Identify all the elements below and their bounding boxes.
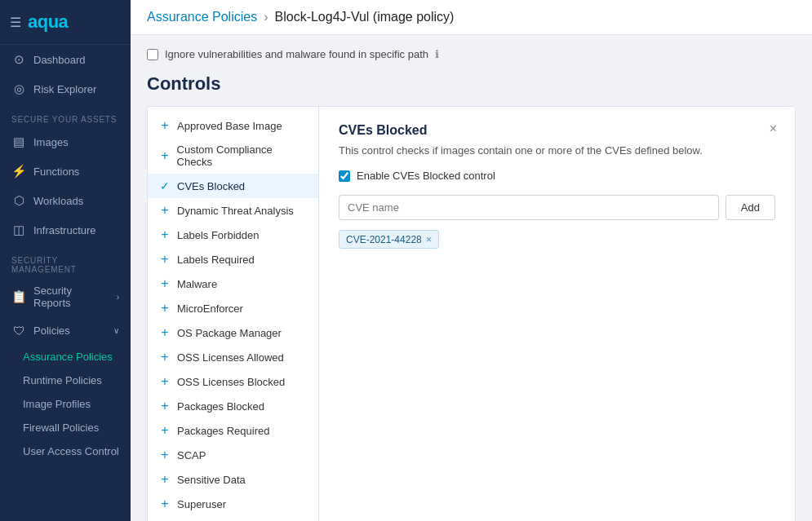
control-item-os-package-manager[interactable]: +OS Package Manager (148, 320, 318, 345)
control-item-vulnerability-score[interactable]: +Vulnerability Score (148, 516, 318, 521)
plus-icon: + (159, 119, 171, 132)
control-item-dynamic-threat-analysis[interactable]: +Dynamic Threat Analysis (148, 198, 318, 223)
control-label: OS Package Manager (177, 327, 282, 339)
control-label: Malware (177, 278, 217, 290)
ignore-checkbox[interactable] (147, 49, 158, 60)
dashboard-icon: ⊙ (11, 52, 26, 67)
sidebar-label: Infrastructure (33, 224, 96, 236)
control-item-labels-forbidden[interactable]: +Labels Forbidden (148, 223, 318, 247)
close-button[interactable]: × (765, 120, 782, 138)
sidebar-label: Assurance Policies (23, 351, 113, 363)
control-label: Labels Forbidden (177, 229, 259, 241)
sidebar-item-workloads[interactable]: ⬡Workloads (0, 186, 131, 215)
sidebar-item-user-access-control[interactable]: User Access Control (0, 439, 131, 463)
enable-row: Enable CVEs Blocked control (339, 170, 775, 182)
sidebar-item-security-reports[interactable]: 📋Security Reports› (0, 277, 131, 316)
sidebar-item-functions[interactable]: ⚡Functions (0, 157, 131, 186)
control-item-labels-required[interactable]: +Labels Required (148, 247, 318, 272)
control-item-approved-base-image[interactable]: +Approved Base Image (148, 113, 318, 138)
sidebar-label: Images (33, 136, 69, 148)
control-item-microenforcer[interactable]: +MicroEnforcer (148, 296, 318, 320)
control-label: CVEs Blocked (177, 180, 245, 192)
control-item-custom-compliance-checks[interactable]: +Custom Compliance Checks (148, 138, 318, 174)
sidebar-item-images[interactable]: ▤Images (0, 127, 131, 157)
sidebar-label: Firewall Policies (23, 422, 99, 434)
panel-description: This control checks if images contain on… (339, 144, 775, 157)
sidebar-label: User Access Control (23, 445, 119, 457)
secure-assets-label: Secure Your Assets (0, 104, 131, 127)
ignore-label: Ignore vulnerabilities and malware found… (165, 48, 428, 60)
control-label: Labels Required (177, 254, 255, 266)
cve-tags-container: CVE-2021-44228× (339, 230, 775, 249)
control-item-scap[interactable]: +SCAP (148, 443, 318, 467)
control-label: Superuser (177, 498, 226, 510)
control-label: Dynamic Threat Analysis (177, 205, 294, 217)
plus-icon: + (159, 149, 171, 162)
control-label: Packages Blocked (177, 400, 264, 413)
control-label: Custom Compliance Checks (177, 143, 307, 168)
control-item-superuser[interactable]: +Superuser (148, 492, 318, 516)
plus-icon: + (159, 326, 171, 339)
images-icon: ▤ (11, 135, 26, 149)
main-content: Assurance Policies › Block-Log4J-Vul (im… (131, 0, 812, 521)
content-area: Ignore vulnerabilities and malware found… (131, 35, 812, 521)
sidebar-item-policies[interactable]: 🛡Policies∨ (0, 316, 131, 345)
control-label: MicroEnforcer (177, 302, 243, 315)
sidebar-item-image-profiles[interactable]: Image Profiles (0, 392, 131, 416)
plus-icon: + (159, 228, 171, 241)
control-label: OSS Licenses Blocked (177, 376, 285, 388)
control-label: Packages Required (177, 425, 269, 437)
control-item-oss-licenses-blocked[interactable]: +OSS Licenses Blocked (148, 369, 318, 394)
logo: aqua (28, 11, 68, 33)
risk-explorer-icon: ◎ (11, 82, 26, 96)
workloads-icon: ⬡ (11, 193, 26, 208)
plus-icon: + (159, 497, 171, 510)
control-item-packages-blocked[interactable]: +Packages Blocked (148, 394, 318, 418)
plus-icon: + (159, 253, 171, 266)
sidebar-item-infrastructure[interactable]: ◫Infrastructure (0, 215, 131, 245)
breadcrumb-parent[interactable]: Assurance Policies (147, 10, 257, 24)
sidebar-item-risk-explorer[interactable]: ◎Risk Explorer (0, 74, 131, 104)
plus-icon: + (159, 204, 171, 217)
sidebar-label: Dashboard (33, 54, 86, 66)
cve-tag-remove[interactable]: × (426, 233, 433, 245)
plus-icon: + (159, 277, 171, 290)
control-label: OSS Licenses Allowed (177, 351, 284, 364)
breadcrumb-current: Block-Log4J-Vul (image policy) (275, 10, 455, 24)
sidebar-item-assurance-policies[interactable]: Assurance Policies (0, 345, 131, 369)
plus-icon: + (159, 424, 171, 437)
cve-tag-cve-2021-44228: CVE-2021-44228× (339, 230, 439, 249)
controls-layout: +Approved Base Image+Custom Compliance C… (147, 106, 796, 521)
control-item-oss-licenses-allowed[interactable]: +OSS Licenses Allowed (148, 345, 318, 369)
infrastructure-icon: ◫ (11, 223, 26, 237)
control-item-packages-required[interactable]: +Packages Required (148, 418, 318, 443)
plus-icon: + (159, 302, 171, 315)
security-reports-icon: 📋 (11, 289, 26, 304)
add-cve-button[interactable]: Add (725, 195, 775, 220)
info-icon: ℹ (435, 48, 439, 60)
breadcrumb-separator: › (264, 10, 268, 24)
sidebar-item-firewall-policies[interactable]: Firewall Policies (0, 416, 131, 439)
panel-title: CVEs Blocked (339, 123, 775, 138)
sidebar-item-runtime-policies[interactable]: Runtime Policies (0, 369, 131, 392)
sidebar-item-dashboard[interactable]: ⊙Dashboard (0, 45, 131, 74)
sidebar-label: Security Reports (33, 285, 109, 309)
control-item-cves-blocked[interactable]: ✓CVEs Blocked (148, 174, 318, 198)
enable-checkbox[interactable] (339, 170, 350, 182)
sidebar-label: Runtime Policies (23, 374, 102, 386)
plus-icon: + (159, 448, 171, 461)
controls-title: Controls (147, 73, 796, 95)
sidebar-label: Workloads (33, 195, 83, 207)
sidebar-label: Risk Explorer (33, 83, 96, 95)
control-item-malware[interactable]: +Malware (148, 272, 318, 296)
cve-input[interactable] (339, 195, 719, 220)
plus-icon: + (159, 375, 171, 388)
sidebar: ☰ aqua ⊙Dashboard◎Risk Explorer Secure Y… (0, 0, 131, 521)
hamburger-icon[interactable]: ☰ (10, 15, 21, 30)
topbar: Assurance Policies › Block-Log4J-Vul (im… (131, 0, 812, 35)
control-label: Sensitive Data (177, 474, 246, 486)
sidebar-label: Policies (33, 325, 70, 337)
cve-tag-label: CVE-2021-44228 (346, 234, 422, 245)
control-item-sensitive-data[interactable]: +Sensitive Data (148, 467, 318, 492)
enable-label: Enable CVEs Blocked control (357, 170, 495, 182)
